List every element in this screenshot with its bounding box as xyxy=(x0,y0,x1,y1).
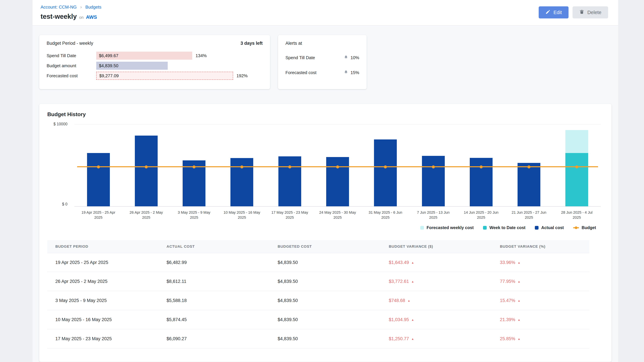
triangle-up-icon: ▲ xyxy=(411,280,414,283)
budgeted-cost-cell: $4,839.50 xyxy=(278,260,389,265)
budget-period-row: Forecasted cost$9,277.09192% xyxy=(46,72,263,80)
budget-period-row-label: Spend Till Date xyxy=(46,53,96,58)
week-to-date-bar[interactable] xyxy=(565,153,588,206)
table-row: 10 May 2025 - 16 May 2025$5,874.45$4,839… xyxy=(47,310,589,329)
forecasted-cost-bar[interactable] xyxy=(565,130,588,153)
legend-item[interactable]: Week to Date cost xyxy=(483,225,526,230)
y-axis-tick-top: $ 10000 xyxy=(47,122,68,126)
variance-pct-cell: 33.96%▲ xyxy=(500,260,589,265)
triangle-up-icon: ▲ xyxy=(411,337,414,341)
table-header-cell: BUDGETED COST xyxy=(278,244,389,249)
budget-period-cell: 19 Apr 2025 - 25 Apr 2025 xyxy=(47,260,166,265)
budget-period-row-label: Forecasted cost xyxy=(46,73,96,78)
content-panel: Account: CCM-NG › Budgets test-weekly on… xyxy=(32,0,618,362)
budget-line-dot xyxy=(384,165,387,168)
edit-button[interactable]: Edit xyxy=(539,6,568,18)
actual-cost-bar[interactable] xyxy=(470,158,492,206)
actual-cost-bar[interactable] xyxy=(374,139,397,206)
legend-label: Budget xyxy=(582,225,596,230)
x-axis-label: 14 Jun 2025 - 20 Jun 2025 xyxy=(457,210,505,220)
budget-period-row-label: Budget amount xyxy=(46,63,96,68)
budget-line-dot xyxy=(336,165,339,168)
budgeted-cost-cell: $4,839.50 xyxy=(278,298,389,303)
triangle-up-icon: ▲ xyxy=(518,318,520,322)
legend-swatch xyxy=(535,226,538,230)
variance-pct-cell: 25.85%▲ xyxy=(500,336,589,341)
table-row: 26 Apr 2025 - 2 May 2025$8,612.11$4,839.… xyxy=(47,272,589,291)
budget-line-dot xyxy=(192,165,196,168)
table-header-row: BUDGET PERIODACTUAL COSTBUDGETED COSTBUD… xyxy=(47,240,589,253)
alerts-rows: Spend Till Date10%Forecasted cost15% xyxy=(286,55,359,76)
budget-period-cell: 10 May 2025 - 16 May 2025 xyxy=(47,317,166,322)
alerts-card: Alerts at Spend Till Date10%Forecasted c… xyxy=(278,35,366,89)
legend-item[interactable]: Forecasted weekly cost xyxy=(420,225,474,230)
alert-row-value: 10% xyxy=(344,55,359,61)
x-axis-label: 21 Jun 2025 - 27 Jun 2025 xyxy=(505,210,553,220)
actual-cost-bar[interactable] xyxy=(135,136,158,206)
triangle-up-icon: ▲ xyxy=(518,337,520,341)
actual-cost-bar[interactable] xyxy=(278,156,301,206)
legend-swatch xyxy=(483,226,487,230)
table-body: 19 Apr 2025 - 25 Apr 2025$6,482.99$4,839… xyxy=(47,253,589,349)
budget-period-cell: 3 May 2025 - 9 May 2025 xyxy=(47,298,166,303)
chart-plot xyxy=(74,124,601,207)
table-header-cell: BUDGET VARIANCE ($) xyxy=(389,244,500,249)
title-row: test-weekly on AWS xyxy=(40,13,610,20)
pencil-icon xyxy=(546,9,550,15)
budget-period-row-percent: 192% xyxy=(236,73,248,78)
delete-button[interactable]: Delete xyxy=(572,6,608,18)
actual-cost-cell: $5,588.18 xyxy=(166,298,278,303)
budget-line-dot xyxy=(528,165,530,168)
alert-row-label: Forecasted cost xyxy=(286,70,316,75)
x-axis-label: 26 Apr 2025 - 2 May 2025 xyxy=(122,210,170,220)
budgeted-cost-cell: $4,839.50 xyxy=(278,317,389,322)
table-header-cell: BUDGET PERIOD xyxy=(47,244,166,249)
variance-pct-cell: 15.47%▲ xyxy=(500,298,589,303)
legend-item[interactable]: Budget xyxy=(573,225,596,230)
actual-cost-bar[interactable] xyxy=(422,156,445,206)
breadcrumb-account-link[interactable]: Account: CCM-NG xyxy=(40,4,77,9)
x-axis-label: 3 May 2025 - 9 May 2025 xyxy=(170,210,218,220)
breadcrumb-budgets-link[interactable]: Budgets xyxy=(85,4,101,9)
budget-history-table: BUDGET PERIODACTUAL COSTBUDGETED COSTBUD… xyxy=(47,240,589,349)
delete-button-label: Delete xyxy=(587,10,602,15)
triangle-up-icon: ▲ xyxy=(518,299,520,302)
summary-cards-row: Budget Period - weekly 3 days left Spend… xyxy=(32,26,618,89)
legend-item[interactable]: Actual cost xyxy=(535,225,564,230)
y-axis-tick-bottom: $ 0 xyxy=(47,202,68,206)
chevron-right-icon: › xyxy=(80,4,82,9)
legend-label: Actual cost xyxy=(541,225,564,230)
header-actions: Edit Delete xyxy=(539,6,608,18)
x-axis-label: 10 May 2025 - 16 May 2025 xyxy=(218,210,266,220)
triangle-up-icon: ▲ xyxy=(411,261,414,264)
table-header-cell: BUDGET VARIANCE (%) xyxy=(500,244,589,249)
actual-cost-bar[interactable] xyxy=(87,153,110,206)
actual-cost-bar[interactable] xyxy=(326,157,349,206)
x-axis-label: 7 Jun 2025 - 13 Jun 2025 xyxy=(410,210,457,220)
actual-cost-bar[interactable] xyxy=(518,163,540,206)
budgeted-cost-cell: $4,839.50 xyxy=(278,279,389,284)
page-header: Account: CCM-NG › Budgets test-weekly on… xyxy=(32,0,618,26)
budget-period-cell: 26 Apr 2025 - 2 May 2025 xyxy=(47,279,166,284)
variance-usd-cell: $1,643.49▲ xyxy=(389,260,500,265)
actual-cost-cell: $8,612.11 xyxy=(166,279,278,284)
alert-row: Forecasted cost15% xyxy=(286,69,359,76)
breadcrumb: Account: CCM-NG › Budgets xyxy=(40,4,610,10)
alert-threshold: 15% xyxy=(350,70,359,75)
alert-row-value: 15% xyxy=(344,69,359,76)
actual-cost-cell: $5,874.45 xyxy=(166,317,278,322)
alert-row: Spend Till Date10% xyxy=(286,55,359,61)
triangle-up-icon: ▲ xyxy=(518,261,520,264)
x-axis-label: 19 Apr 2025 - 25 Apr 2025 xyxy=(74,210,122,220)
actual-cost-cell: $6,090.27 xyxy=(166,336,278,341)
budget-bar: $4,839.50 xyxy=(96,62,168,70)
chart-legend: Forecasted weekly costWeek to Date costA… xyxy=(47,225,604,230)
variance-usd-cell: $1,250.77▲ xyxy=(389,336,500,341)
page-title: test-weekly xyxy=(40,13,77,20)
budget-line-dot xyxy=(145,165,148,168)
table-row: 3 May 2025 - 9 May 2025$5,588.18$4,839.5… xyxy=(47,291,589,310)
forecast-bar: $9,277.09 xyxy=(96,72,233,80)
budget-line-dot xyxy=(288,165,291,168)
budget-line-dot xyxy=(480,165,483,168)
x-axis-label: 28 Jun 2025 - 4 Jul 2025 xyxy=(553,210,601,220)
